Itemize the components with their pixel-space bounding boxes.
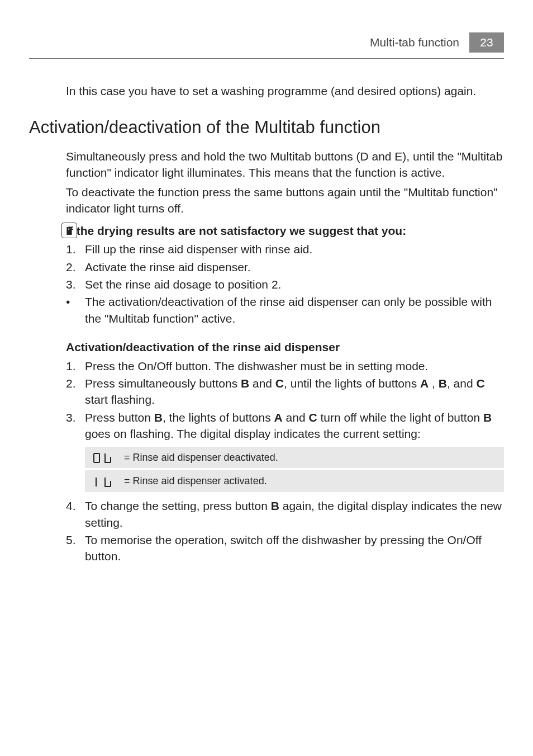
list-item: 2. Press simultaneously buttons B and C,… xyxy=(66,375,504,408)
info-icon xyxy=(61,223,77,238)
b: B xyxy=(439,377,447,390)
list-marker: 1. xyxy=(66,358,85,374)
list-text: Fill up the rinse aid dispenser with rin… xyxy=(85,241,504,257)
b: B xyxy=(154,411,163,424)
t: turn off while the light of button xyxy=(317,411,483,424)
list-text: Press the On/Off button. The dishwasher … xyxy=(85,358,504,374)
list-item: 5. To memorise the operation, switch off… xyxy=(66,532,504,565)
list-marker: 4. xyxy=(66,498,85,531)
list-marker: 2. xyxy=(66,259,85,275)
b: C xyxy=(308,411,317,424)
t: , the lights of buttons xyxy=(163,411,274,424)
t: start flashing. xyxy=(85,393,155,406)
list-item: 4. To change the setting, press button B… xyxy=(66,498,504,531)
list-text: Press simultaneously buttons B and C, un… xyxy=(85,375,504,408)
rinse-list-cont: 4. To change the setting, press button B… xyxy=(66,498,504,565)
t: Press button xyxy=(85,411,154,424)
intro-text: In this case you have to set a washing p… xyxy=(66,83,504,100)
header-rule xyxy=(29,58,504,59)
list-item: 2. Activate the rinse aid dispenser. xyxy=(66,259,504,275)
list-item: 3. Press button B, the lights of buttons… xyxy=(66,409,504,442)
paragraph-1: Simultaneously press and hold the two Mu… xyxy=(66,149,504,181)
b: A xyxy=(274,411,283,424)
drying-list: 1. Fill up the rinse aid dispenser with … xyxy=(66,241,504,327)
svg-rect-1 xyxy=(68,230,70,235)
glyph-activated xyxy=(85,469,118,493)
b: B xyxy=(241,377,249,390)
rinse-section: Activation/deactivation of the rinse aid… xyxy=(66,339,504,565)
info-drying: If the drying results are not satisfacto… xyxy=(29,223,504,327)
display-text-activated: = Rinse aid dispenser activated. xyxy=(118,469,504,493)
display-indicator-table: = Rinse aid dispenser deactivated. = Rin… xyxy=(85,447,504,495)
t: , xyxy=(429,377,439,390)
t: , and xyxy=(447,377,477,390)
b: C xyxy=(275,377,284,390)
list-text: Set the rinse aid dosage to position 2. xyxy=(85,276,504,292)
paragraph-2: To deactivate the function press the sam… xyxy=(66,185,504,217)
list-text: Activate the rinse aid dispenser. xyxy=(85,259,504,275)
list-marker: 3. xyxy=(66,409,85,442)
t: and xyxy=(283,411,309,424)
display-text-deactivated: = Rinse aid dispenser deactivated. xyxy=(118,447,504,470)
t: , until the lights of buttons xyxy=(284,377,420,390)
list-text: To memorise the operation, switch off th… xyxy=(85,532,504,565)
b: B xyxy=(271,499,279,512)
list-text: Press button B, the lights of buttons A … xyxy=(85,409,504,442)
drying-heading: If the drying results are not satisfacto… xyxy=(66,223,504,239)
t: To change the setting, press button xyxy=(85,499,271,512)
list-marker: 3. xyxy=(66,276,85,292)
section-heading: Activation/deactivation of the Multitab … xyxy=(29,117,504,138)
header: Multi-tab function 23 xyxy=(29,32,504,53)
list-item: 1. Fill up the rinse aid dispenser with … xyxy=(66,241,504,257)
list-marker: 2. xyxy=(66,375,85,408)
page-number: 23 xyxy=(469,32,504,53)
rinse-heading: Activation/deactivation of the rinse aid… xyxy=(66,339,504,355)
section-body: Simultaneously press and hold the two Mu… xyxy=(66,149,504,217)
intro-paragraph: In this case you have to set a washing p… xyxy=(66,83,504,100)
b: B xyxy=(483,411,492,424)
list-item: 3. Set the rinse aid dosage to position … xyxy=(66,276,504,292)
digit-1d-icon xyxy=(93,476,113,488)
list-text: To change the setting, press button B ag… xyxy=(85,498,504,531)
list-marker: • xyxy=(66,294,85,327)
header-title: Multi-tab function xyxy=(370,36,459,49)
t: Press simultaneously buttons xyxy=(85,377,241,390)
list-item: • The activation/deactivation of the rin… xyxy=(66,294,504,327)
t: goes on flashing. The digital display in… xyxy=(85,427,421,440)
list-item: 1. Press the On/Off button. The dishwash… xyxy=(66,358,504,374)
table-row: = Rinse aid dispenser deactivated. xyxy=(85,447,504,470)
glyph-deactivated xyxy=(85,447,118,470)
list-text: The activation/deactivation of the rinse… xyxy=(85,294,504,327)
t: and xyxy=(249,377,275,390)
rinse-list: 1. Press the On/Off button. The dishwash… xyxy=(66,358,504,442)
b: C xyxy=(476,377,484,390)
b: A xyxy=(420,377,429,390)
digit-0d-icon xyxy=(93,452,113,464)
list-marker: 5. xyxy=(66,532,85,565)
svg-point-0 xyxy=(68,226,70,229)
list-marker: 1. xyxy=(66,241,85,257)
table-row: = Rinse aid dispenser activated. xyxy=(85,469,504,493)
